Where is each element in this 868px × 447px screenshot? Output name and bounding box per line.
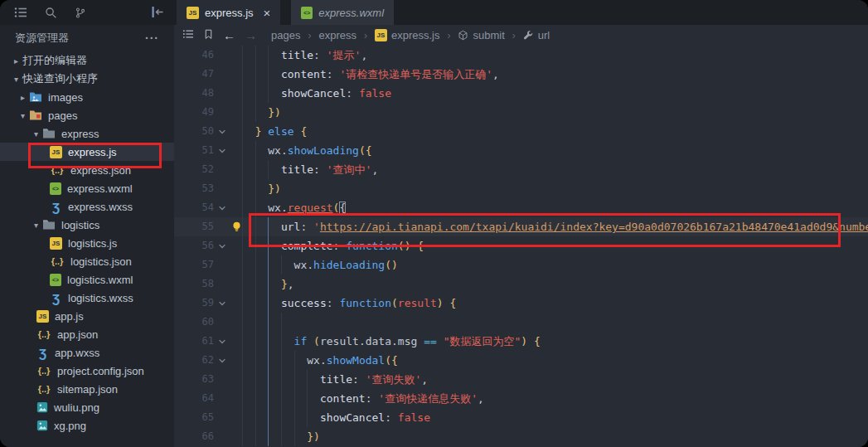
- code-line-66[interactable]: 66}): [174, 427, 868, 446]
- outline-list-icon[interactable]: [182, 29, 194, 41]
- tree-item-express.wxss[interactable]: Ʒexpress.wxss: [0, 197, 174, 216]
- tree-item-打开的编辑器[interactable]: ▸打开的编辑器: [0, 51, 174, 70]
- indent-guide: [255, 351, 256, 370]
- code-line-62[interactable]: 62wx.showModal({: [174, 351, 868, 370]
- tree-item-logistics.js[interactable]: JSlogistics.js: [0, 234, 174, 252]
- code-line-52[interactable]: 52title: '查询中',: [174, 160, 868, 179]
- code-line-48[interactable]: 48showCancel: false: [174, 84, 868, 103]
- tree-item-wuliu.png[interactable]: wuliu.png: [0, 398, 174, 416]
- more-actions-icon[interactable]: ···: [145, 32, 159, 45]
- tree-item-express.wxml[interactable]: <>express.wxml: [0, 179, 174, 197]
- breadcrumb-item-pages[interactable]: pages: [271, 29, 300, 41]
- tree-item-快递查询小程序[interactable]: ▾快递查询小程序: [0, 70, 174, 88]
- code-area[interactable]: 46title: '提示',47content: '请检查快递单号是否输入正确'…: [174, 46, 868, 447]
- code-text: title: '查询中',: [242, 160, 868, 179]
- tree-item-app.js[interactable]: JSapp.js: [0, 307, 174, 325]
- chevron-down-icon[interactable]: ▾: [17, 111, 29, 120]
- tree-item-project.config.json[interactable]: {..}project.config.json: [0, 362, 174, 380]
- indent-guide: [268, 351, 269, 370]
- indent-guide: [242, 179, 243, 198]
- code-line-47[interactable]: 47content: '请检查快递单号是否输入正确',: [174, 65, 868, 84]
- code-line-55[interactable]: 55url: 'https://api.tianapi.com/txapi/ku…: [174, 217, 868, 236]
- js-file-icon: JS: [50, 237, 62, 250]
- indent-guide: [268, 65, 269, 84]
- code-text: title: '提示',: [242, 46, 868, 65]
- code-line-56[interactable]: 56complete: function() {: [174, 236, 868, 255]
- chevron-down-icon[interactable]: ▾: [30, 129, 42, 138]
- fold-chevron-icon[interactable]: [214, 141, 230, 160]
- code-line-64[interactable]: 64content: '查询快递信息失败',: [174, 389, 868, 408]
- breadcrumb-item-express[interactable]: express: [318, 29, 356, 41]
- glyph-margin: [230, 313, 242, 332]
- glyph-margin: [230, 84, 242, 103]
- tab-express.js[interactable]: JSexpress.js×: [177, 0, 280, 25]
- menu-list-icon[interactable]: [13, 5, 28, 20]
- tree-item-app.wxss[interactable]: Ʒapp.wxss: [0, 343, 174, 362]
- tree-item-express[interactable]: ▾express: [0, 124, 174, 143]
- tree-item-app.json[interactable]: {..}app.json: [0, 325, 174, 343]
- code-line-46[interactable]: 46title: '提示',: [174, 46, 868, 65]
- code-line-49[interactable]: 49}): [174, 103, 868, 122]
- chevron-down-icon[interactable]: ▾: [10, 75, 22, 84]
- wxss-file-icon: Ʒ: [50, 291, 62, 305]
- breadcrumb-item-submit[interactable]: submit: [458, 29, 504, 41]
- chevron-right-icon[interactable]: ▸: [17, 93, 29, 102]
- git-branch-icon[interactable]: [73, 5, 88, 20]
- chevron-right-icon[interactable]: ▸: [10, 56, 22, 66]
- code-line-57[interactable]: 57wx.hideLoading(): [174, 255, 868, 275]
- code-text: }): [242, 103, 868, 122]
- lightbulb-icon[interactable]: [230, 217, 242, 236]
- fold-chevron-icon[interactable]: [214, 198, 230, 217]
- chevron-down-icon[interactable]: ▾: [30, 221, 42, 230]
- fold-chevron-icon[interactable]: [214, 351, 230, 370]
- breadcrumb-item-url[interactable]: url: [523, 29, 550, 41]
- breadcrumb-item-express.js[interactable]: JSexpress.js: [375, 29, 440, 41]
- glyph-margin: [230, 275, 242, 294]
- code-line-51[interactable]: 51wx.showLoading({: [174, 141, 868, 160]
- tree-item-express.json[interactable]: {..}express.json: [0, 161, 174, 179]
- code-text: wx.request({: [242, 198, 868, 217]
- code-line-58[interactable]: 58},: [174, 275, 868, 294]
- indent-guide: [242, 103, 243, 122]
- indent-guide: [281, 313, 282, 332]
- tree-item-logistics.wxss[interactable]: Ʒlogistics.wxss: [0, 289, 174, 307]
- code-line-54[interactable]: 54wx.request({: [174, 198, 868, 217]
- code-line-61[interactable]: 61if (result.data.msg == "数据返回为空") {: [174, 332, 868, 351]
- fold-chevron-icon[interactable]: [214, 332, 230, 351]
- fold-spacer: [214, 275, 230, 294]
- tree-item-logistics[interactable]: ▾logistics: [0, 216, 174, 234]
- tree-item-express.js[interactable]: JSexpress.js: [0, 143, 174, 161]
- fold-chevron-icon[interactable]: [214, 294, 230, 313]
- code-line-63[interactable]: 63title: '查询失败',: [174, 370, 868, 389]
- tree-item-images[interactable]: ▸images: [0, 88, 174, 106]
- navigate-back-icon[interactable]: ←: [223, 28, 235, 42]
- fold-chevron-icon[interactable]: [214, 236, 230, 255]
- code-line-60[interactable]: 60: [174, 313, 868, 332]
- tree-item-pages[interactable]: ▾pages: [0, 106, 174, 124]
- close-icon[interactable]: ×: [264, 7, 271, 19]
- code-line-59[interactable]: 59success: function(result) {: [174, 294, 868, 313]
- line-number: 56: [174, 236, 214, 255]
- tab-express.wxml[interactable]: <>express.wxml: [291, 0, 394, 25]
- navigate-forward-icon[interactable]: →: [245, 28, 257, 42]
- collapse-sidebar-button[interactable]: [151, 6, 164, 22]
- wxml-file-icon: <>: [301, 7, 313, 19]
- json-file-icon: {..}: [36, 366, 51, 376]
- tree-item-logistics.json[interactable]: {..}logistics.json: [0, 252, 174, 270]
- wxss-file-icon: Ʒ: [36, 346, 49, 360]
- fold-chevron-icon[interactable]: [214, 122, 230, 141]
- code-line-53[interactable]: 53}): [174, 179, 868, 198]
- code-line-65[interactable]: 65showCancel: false: [174, 408, 868, 427]
- code-text: title: '查询失败',: [242, 370, 868, 389]
- tree-item-sitemap.json[interactable]: {..}sitemap.json: [0, 380, 174, 398]
- search-icon[interactable]: [43, 5, 58, 20]
- bookmark-icon[interactable]: [203, 28, 214, 43]
- tab-label: express.wxml: [318, 7, 384, 19]
- code-line-50[interactable]: 50} else {: [174, 122, 868, 141]
- line-number: 64: [174, 389, 214, 408]
- js-file-icon: JS: [50, 146, 62, 158]
- tree-item-xg.png[interactable]: xg.png: [0, 416, 174, 435]
- indent-guide: [242, 332, 243, 351]
- tree-item-logistics.wxml[interactable]: <>logistics.wxml: [0, 270, 174, 289]
- glyph-margin: [230, 255, 242, 275]
